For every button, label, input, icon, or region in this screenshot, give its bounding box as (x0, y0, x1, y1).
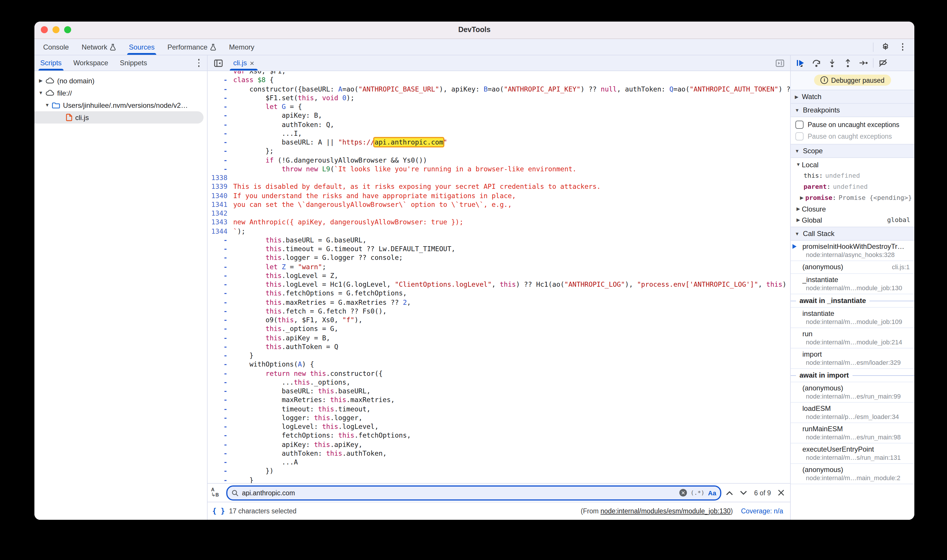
tree-item--no-domain-[interactable]: ▶(no domain) (34, 75, 207, 87)
previous-match-icon[interactable] (726, 490, 733, 495)
gutter-line[interactable]: - (208, 458, 227, 467)
chevron-right-icon[interactable]: ▶ (37, 78, 44, 83)
gutter-line[interactable]: - (208, 476, 227, 483)
step-out-icon[interactable] (841, 57, 854, 69)
scope-row[interactable]: ▶Closure (791, 203, 915, 214)
resume-script-icon[interactable] (794, 57, 807, 69)
gutter-line[interactable]: 1340 (208, 191, 227, 200)
close-tab-icon[interactable]: × (250, 59, 254, 67)
call-stack-frame[interactable]: instantiatenode:internal/m…module_job:10… (791, 308, 915, 328)
settings-gear-icon[interactable] (879, 41, 891, 53)
step-over-icon[interactable] (810, 57, 823, 69)
call-stack-frame[interactable]: runMainESMnode:internal/m…es/run_main:98 (791, 423, 915, 443)
gutter-line[interactable]: - (208, 289, 227, 298)
regex-toggle[interactable]: (.*) (690, 489, 705, 496)
gutter-line[interactable]: - (208, 272, 227, 281)
navigator-tab-scripts[interactable]: Scripts (34, 55, 67, 71)
gutter-line[interactable]: - (208, 236, 227, 245)
main-tab-network[interactable]: Network (75, 39, 122, 55)
gutter-line[interactable]: - (208, 396, 227, 405)
scope-row[interactable]: ▶promise:Promise {<pending>} (791, 192, 915, 203)
gutter-line[interactable]: - (208, 414, 227, 423)
checkbox-unchecked[interactable] (795, 132, 804, 140)
navigator-tab-workspace[interactable]: Workspace (67, 55, 114, 71)
tree-item-cli-js[interactable]: cli.js (34, 111, 204, 123)
main-tab-performance[interactable]: Performance (161, 39, 222, 55)
gutter-line[interactable]: - (208, 334, 227, 343)
gutter-line[interactable] (208, 71, 227, 76)
tree-item-file-[interactable]: ▼file:// (34, 87, 207, 99)
gutter-line[interactable]: - (208, 129, 227, 138)
gutter-line[interactable]: - (208, 138, 227, 147)
breakpoint-option[interactable]: Pause on caught exceptions (791, 131, 915, 142)
source-origin-link[interactable]: node:internal/modules/esm/module_job:130 (601, 508, 731, 515)
call-stack-frame[interactable]: loadESMnode:internal/p…/esm_loader:34 (791, 403, 915, 423)
chevron-right-icon[interactable]: ▶ (798, 195, 805, 200)
call-stack-frame[interactable]: _instantiatenode:internal/m…module_job:1… (791, 274, 915, 294)
gutter-line[interactable]: - (208, 467, 227, 476)
breakpoints-section-header[interactable]: ▼ Breakpoints (791, 104, 915, 117)
gutter-line[interactable]: - (208, 103, 227, 112)
gutter-line[interactable]: - (208, 431, 227, 440)
gutter-line[interactable]: 1339 (208, 183, 227, 192)
gutter-line[interactable]: - (208, 245, 227, 254)
gutter-line[interactable]: - (208, 76, 227, 85)
gutter-line[interactable]: - (208, 94, 227, 103)
main-tab-memory[interactable]: Memory (223, 39, 261, 55)
chevron-down-icon[interactable]: ▼ (44, 103, 51, 108)
main-tab-console[interactable]: Console (37, 39, 75, 55)
chevron-down-icon[interactable]: ▼ (37, 90, 44, 95)
gutter-line[interactable]: - (208, 387, 227, 396)
breakpoint-option[interactable]: Pause on uncaught exceptions (791, 119, 915, 131)
navigator-tab-snippets[interactable]: Snippets (114, 55, 153, 71)
gutter-line[interactable]: - (208, 360, 227, 369)
tree-item-users-jinhuilee-nvm-versions-node-v2-[interactable]: ▼Users/jinhuilee/.nvm/versions/node/v2… (34, 99, 207, 111)
gutter-line[interactable]: - (208, 343, 227, 352)
gutter-line[interactable]: - (208, 85, 227, 94)
clear-search-icon[interactable]: ✕ (679, 489, 687, 497)
toggle-replace-icon[interactable]: A↳B (211, 488, 222, 498)
gutter-line[interactable]: - (208, 316, 227, 325)
gutter-line[interactable]: - (208, 307, 227, 316)
gutter-line[interactable]: 1341 (208, 200, 227, 209)
scope-row[interactable]: parent:undefined (791, 181, 915, 192)
gutter-line[interactable]: - (208, 120, 227, 129)
call-stack-frame[interactable]: executeUserEntryPointnode:internal/m…s/r… (791, 443, 915, 464)
step-into-icon[interactable] (826, 57, 839, 69)
step-icon[interactable] (857, 57, 870, 69)
next-match-icon[interactable] (740, 490, 747, 495)
match-case-toggle[interactable]: Aa (708, 489, 716, 496)
checkbox-unchecked[interactable] (795, 121, 804, 129)
close-find-bar-icon[interactable] (778, 489, 784, 496)
gutter-line[interactable]: - (208, 254, 227, 263)
gutter-line[interactable]: - (208, 449, 227, 458)
gutter-line[interactable]: 1343 (208, 218, 227, 227)
call-stack-frame[interactable]: (anonymous)node:internal/m…es/run_main:9… (791, 382, 915, 403)
scope-row[interactable]: ▶Globalglobal (791, 214, 915, 226)
scope-row[interactable]: ▼Local (791, 159, 915, 170)
scope-row[interactable]: this:undefined (791, 170, 915, 181)
gutter-line[interactable]: 1338 (208, 174, 227, 183)
deactivate-breakpoints-icon[interactable] (876, 57, 889, 69)
call-stack-section-header[interactable]: ▼ Call Stack (791, 227, 915, 241)
call-stack-frame[interactable]: promiseInitHookWithDestroyTr…node:intern… (791, 241, 915, 261)
gutter-line[interactable]: - (208, 440, 227, 449)
gutter-line[interactable]: - (208, 147, 227, 156)
pretty-print-button[interactable]: { } (212, 507, 225, 515)
call-stack-frame[interactable]: runnode:internal/m…module_job:214 (791, 328, 915, 348)
call-stack-frame[interactable]: (anonymous)node:internal/m…main_module:2 (791, 464, 915, 484)
open-in-split-view-icon[interactable] (774, 57, 790, 69)
chevron-down-icon[interactable]: ▼ (795, 162, 802, 167)
toggle-navigator-icon[interactable] (212, 57, 224, 69)
search-input[interactable]: api.anthropic.com ✕ (.*) Aa (226, 485, 721, 500)
gutter-line[interactable]: - (208, 112, 227, 121)
coverage-link[interactable]: Coverage: n/a (741, 508, 784, 515)
gutter-line[interactable]: - (208, 156, 227, 165)
chevron-right-icon[interactable]: ▶ (795, 206, 802, 212)
gutter-line[interactable]: - (208, 351, 227, 360)
gutter-line[interactable]: - (208, 263, 227, 272)
main-menu-kebab-icon[interactable] (897, 41, 908, 53)
gutter-line[interactable]: 1344 (208, 227, 227, 236)
gutter-line[interactable]: - (208, 378, 227, 387)
code-editor[interactable]: -----------1338133913401341134213431344-… (208, 71, 790, 483)
